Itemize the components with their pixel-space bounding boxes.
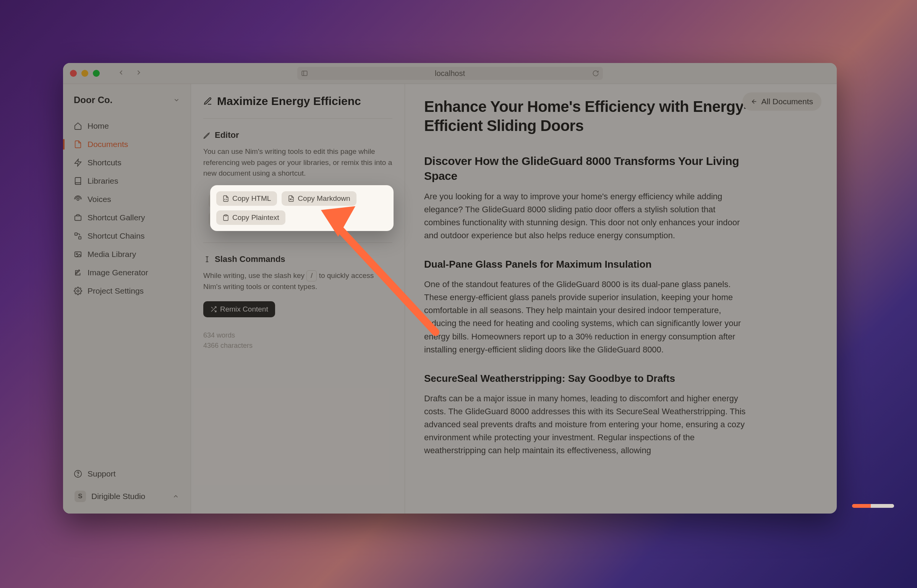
help-icon [74,470,82,478]
shuffle-icon [210,306,217,313]
document-stats: 634 words 4366 characters [203,330,392,351]
sidebar-item-label: Home [87,121,109,131]
studio-avatar: S [75,491,86,502]
svg-rect-5 [75,233,77,235]
slash-key-badge: / [306,270,317,281]
svg-rect-4 [75,216,81,220]
sidebar-item-label: Shortcut Chains [87,231,144,241]
gallery-icon [74,213,82,222]
svg-point-3 [77,198,79,200]
markdown-file-icon [288,195,295,202]
article-paragraph: Are you looking for a way to improve you… [424,190,753,242]
sidebar-item-label: Project Settings [87,286,144,296]
libraries-icon [74,177,82,185]
svg-line-15 [211,307,213,309]
sidebar-item-shortcuts[interactable]: Shortcuts [67,154,187,171]
sidebar-item-support[interactable]: Support [63,465,191,482]
copy-popover: Copy HTML Copy Markdown Copy Plaintext [210,185,394,231]
chains-icon [74,232,82,240]
reload-icon[interactable] [592,70,599,79]
browser-titlebar: localhost [63,63,837,84]
documents-icon [74,140,82,149]
media-icon [74,250,82,258]
sidebar-item-label: Shortcut Gallery [87,213,145,222]
article-h3: SecureSeal Weatherstripping: Say Goodbye… [424,372,753,385]
slash-section-heading: Slash Commands [203,254,392,264]
sidebar-item-image-generator[interactable]: Image Generator [67,264,187,281]
chevron-down-icon [173,97,180,103]
copy-html-button[interactable]: Copy HTML [216,191,277,206]
progress-indicator [852,504,894,508]
sidebar-item-label: Media Library [87,250,136,259]
studio-switcher[interactable]: S Dirigible Studio [69,486,185,507]
voices-icon [74,195,82,204]
article-paragraph: One of the standout features of the Glid… [424,278,753,356]
sidebar-item-label: Image Generator [87,268,148,277]
sidebar-item-project-settings[interactable]: Project Settings [67,283,187,299]
article-h1: Enhance Your Home's Efficiency with Ener… [424,97,753,135]
home-icon [74,122,82,130]
sidebar-item-label: Documents [87,140,128,149]
divider [203,242,392,243]
svg-rect-0 [302,71,307,76]
window-controls [70,70,100,77]
sidebar: Door Co. Home Documents Shortcuts [63,84,191,514]
remix-content-button[interactable]: Remix Content [203,301,275,317]
sidebar-item-libraries[interactable]: Libraries [67,173,187,189]
app-window: localhost Door Co. Home [63,63,837,514]
arrow-left-icon [751,98,758,105]
sidebar-item-shortcut-gallery[interactable]: Shortcut Gallery [67,209,187,226]
svg-point-11 [78,475,78,476]
sidebar-toggle-icon[interactable] [301,70,308,79]
editor-section-heading: Editor [203,130,392,140]
code-file-icon [222,195,229,202]
chevron-up-icon [172,493,179,500]
close-window-button[interactable] [70,70,77,77]
copy-markdown-button[interactable]: Copy Markdown [282,191,356,206]
fullscreen-window-button[interactable] [93,70,100,77]
address-bar[interactable]: localhost [297,67,603,80]
nav-forward-button[interactable] [135,69,143,78]
sidebar-item-voices[interactable]: Voices [67,191,187,208]
article-h3: Dual-Pane Glass Panels for Maximum Insul… [424,258,753,271]
sidebar-item-home[interactable]: Home [67,118,187,134]
article-h2: Discover How the GlideGuard 8000 Transfo… [424,153,753,183]
document-content: All Documents Enhance Your Home's Effici… [405,84,837,514]
all-documents-button[interactable]: All Documents [742,92,821,111]
minimize-window-button[interactable] [81,70,88,77]
article-paragraph: Drafts can be a major issue in many home… [424,392,753,457]
image-gen-icon [74,268,82,277]
support-label: Support [87,469,116,478]
sidebar-item-label: Libraries [87,176,118,186]
divider [203,118,392,119]
text-cursor-icon [203,255,211,263]
svg-point-8 [76,253,78,255]
svg-point-9 [77,290,79,292]
sidebar-item-media-library[interactable]: Media Library [67,246,187,263]
settings-icon [74,287,82,295]
address-text: localhost [435,69,465,78]
copy-plaintext-button[interactable]: Copy Plaintext [216,210,285,225]
sidebar-item-documents[interactable]: Documents [67,136,187,153]
workspace-switcher[interactable]: Door Co. [63,92,191,115]
sidebar-item-label: Shortcuts [87,158,122,167]
sidebar-item-shortcut-chains[interactable]: Shortcut Chains [67,228,187,244]
nav-back-button[interactable] [117,69,125,78]
editor-section-desc: You can use Nim's writing tools to edit … [203,146,392,179]
document-title-input[interactable]: Maximize Energy Efficienc [217,95,361,108]
editor-panel: Maximize Energy Efficienc Editor You can… [191,84,405,514]
studio-name: Dirigible Studio [91,492,145,501]
workspace-name: Door Co. [74,95,112,105]
svg-rect-6 [79,237,81,239]
pen-icon [203,131,211,139]
shortcuts-icon [74,158,82,167]
sidebar-item-label: Voices [87,195,111,204]
slash-section-desc: While writing, use the slash key / to qu… [203,270,392,292]
svg-marker-2 [75,159,81,166]
edit-icon [203,97,212,106]
clipboard-icon [222,214,229,221]
svg-rect-17 [225,215,227,216]
